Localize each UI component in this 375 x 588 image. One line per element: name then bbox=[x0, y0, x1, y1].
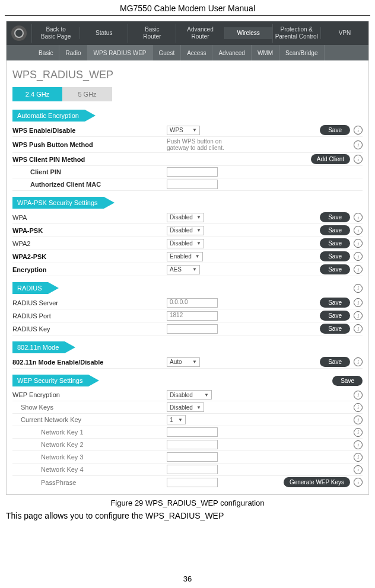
info-icon[interactable]: i bbox=[354, 298, 363, 307]
generate-wep-keys-button[interactable]: Generate WEP Keys bbox=[284, 477, 350, 487]
select-wpa2-psk[interactable]: Enabled▼ bbox=[167, 252, 203, 261]
select-value: Disabled bbox=[170, 392, 193, 398]
info-icon[interactable]: i bbox=[354, 428, 363, 437]
save-button[interactable]: Save bbox=[320, 264, 350, 274]
info-icon[interactable]: i bbox=[354, 155, 363, 164]
info-icon[interactable]: i bbox=[354, 252, 363, 261]
info-icon[interactable]: i bbox=[354, 311, 363, 320]
info-icon[interactable]: i bbox=[354, 213, 363, 222]
nav-protection[interactable]: Protection & Parental Control bbox=[272, 24, 320, 43]
nav-advanced-router[interactable]: Advanced Router bbox=[176, 24, 224, 43]
info-icon[interactable]: i bbox=[354, 391, 363, 400]
save-button[interactable]: Save bbox=[320, 238, 350, 248]
save-button[interactable]: Save bbox=[320, 212, 350, 222]
subnav-basic[interactable]: Basic bbox=[33, 45, 59, 60]
save-button[interactable]: Save bbox=[332, 376, 363, 386]
select-wpa[interactable]: Disabled▼ bbox=[167, 213, 204, 222]
router-screenshot: Back to Basic Page Status Basic Router A… bbox=[6, 21, 369, 495]
select-wep-encryption[interactable]: Disabled▼ bbox=[167, 390, 212, 400]
save-button[interactable]: Save bbox=[320, 125, 350, 135]
caret-down-icon: ▼ bbox=[196, 405, 201, 410]
subnav-wmm[interactable]: WMM bbox=[252, 45, 279, 60]
label-wpa-psk: WPA-PSK bbox=[12, 227, 43, 234]
input-radius-key[interactable] bbox=[167, 324, 218, 334]
section-radius: RADIUS i RADIUS Server 0.0.0.0 Savei RAD… bbox=[12, 282, 363, 335]
subnav-scan-bridge[interactable]: Scan/Bridge bbox=[279, 45, 324, 60]
tab-2-4ghz[interactable]: 2.4 GHz bbox=[12, 87, 62, 101]
select-80211n[interactable]: Auto▼ bbox=[167, 357, 200, 367]
caret-down-icon: ▼ bbox=[178, 417, 183, 423]
info-icon[interactable]: i bbox=[354, 239, 363, 248]
input-passphrase[interactable] bbox=[167, 478, 218, 487]
row-radius-port: RADIUS Port 1812 Savei bbox=[12, 309, 363, 322]
info-icon[interactable]: i bbox=[354, 416, 363, 424]
hint-push-wps: Push WPS button on gateway to add client… bbox=[167, 138, 238, 151]
select-wps-enable[interactable]: WPS ▼ bbox=[167, 126, 200, 135]
info-icon[interactable]: i bbox=[354, 357, 363, 366]
nav-status[interactable]: Status bbox=[80, 27, 128, 39]
label-radius-server: RADIUS Server bbox=[12, 299, 58, 306]
subnav-access[interactable]: Access bbox=[181, 45, 212, 60]
figure-caption: Figure 29 WPS_RADIUS_WEP configuration bbox=[0, 498, 375, 507]
info-icon[interactable]: i bbox=[354, 453, 363, 462]
label-80211n-enable: 802.11n Mode Enable/Disable bbox=[12, 359, 103, 366]
row-network-key-4: Network Key 4 i bbox=[12, 464, 363, 476]
subnav-advanced[interactable]: Advanced bbox=[212, 45, 251, 60]
select-current-key[interactable]: 1▼ bbox=[167, 415, 186, 424]
input-radius-server[interactable]: 0.0.0.0 bbox=[167, 298, 218, 308]
info-icon[interactable]: i bbox=[354, 140, 363, 149]
row-client-pin: Client PIN bbox=[12, 166, 363, 178]
row-auth-client-mac: Authorized Client MAC bbox=[12, 178, 363, 191]
info-icon[interactable]: i bbox=[354, 265, 363, 274]
subnav-radio[interactable]: Radio bbox=[59, 45, 87, 60]
select-value: 1 bbox=[170, 417, 173, 423]
info-icon[interactable]: i bbox=[354, 440, 363, 449]
body-text: This page allows you to configure the WP… bbox=[6, 511, 369, 520]
caret-down-icon: ▼ bbox=[196, 228, 201, 233]
nav-back-to-basic[interactable]: Back to Basic Page bbox=[31, 24, 80, 43]
select-value: Disabled bbox=[170, 404, 193, 411]
subnav-wps-radius-wep[interactable]: WPS RADIUS WEP bbox=[88, 45, 153, 60]
title-divider bbox=[5, 15, 370, 16]
page-heading: WPS_RADIUS_WEP bbox=[12, 69, 363, 81]
save-button[interactable]: Save bbox=[320, 251, 350, 261]
input-client-pin[interactable] bbox=[167, 167, 218, 177]
save-button[interactable]: Save bbox=[320, 357, 350, 367]
tab-5ghz[interactable]: 5 GHz bbox=[62, 87, 112, 101]
input-auth-client-mac[interactable] bbox=[167, 180, 218, 189]
input-network-key-1[interactable] bbox=[167, 427, 218, 437]
select-wpa2[interactable]: Disabled▼ bbox=[167, 239, 204, 248]
save-button[interactable]: Save bbox=[320, 311, 350, 321]
info-icon[interactable]: i bbox=[354, 126, 363, 135]
select-value: Disabled bbox=[170, 214, 193, 220]
row-wps-push-button: WPS Push Button Method Push WPS button o… bbox=[12, 137, 363, 153]
info-icon[interactable]: i bbox=[354, 465, 363, 474]
caret-down-icon: ▼ bbox=[192, 267, 197, 272]
select-value: WPS bbox=[170, 127, 183, 133]
input-radius-port[interactable]: 1812 bbox=[167, 311, 218, 321]
input-network-key-4[interactable] bbox=[167, 465, 218, 474]
info-icon[interactable]: i bbox=[354, 226, 363, 235]
section-wep: WEP Security Settings Save WEP Encryptio… bbox=[12, 375, 363, 488]
add-client-button[interactable]: Add Client bbox=[311, 154, 350, 164]
row-show-keys: Show Keys Disabled▼ i bbox=[12, 401, 363, 414]
select-wpa-psk[interactable]: Disabled▼ bbox=[167, 226, 204, 235]
row-wpa2: WPA2 Disabled▼ Savei bbox=[12, 237, 363, 250]
select-encryption[interactable]: AES▼ bbox=[167, 265, 200, 274]
save-button[interactable]: Save bbox=[320, 324, 350, 334]
subnav-guest[interactable]: Guest bbox=[153, 45, 182, 60]
label-network-key-2: Network Key 2 bbox=[12, 441, 84, 448]
info-icon[interactable]: i bbox=[354, 478, 363, 487]
save-button[interactable]: Save bbox=[320, 225, 350, 235]
input-network-key-2[interactable] bbox=[167, 440, 218, 449]
info-icon[interactable]: i bbox=[354, 324, 363, 333]
caret-down-icon: ▼ bbox=[192, 359, 197, 365]
nav-wireless[interactable]: Wireless bbox=[224, 27, 272, 39]
info-icon[interactable]: i bbox=[354, 403, 363, 412]
save-button[interactable]: Save bbox=[320, 298, 350, 308]
info-icon[interactable]: i bbox=[354, 284, 363, 293]
nav-vpn[interactable]: VPN bbox=[320, 27, 368, 39]
input-network-key-3[interactable] bbox=[167, 452, 218, 462]
select-show-keys[interactable]: Disabled▼ bbox=[167, 402, 204, 412]
nav-basic-router[interactable]: Basic Router bbox=[128, 24, 176, 43]
